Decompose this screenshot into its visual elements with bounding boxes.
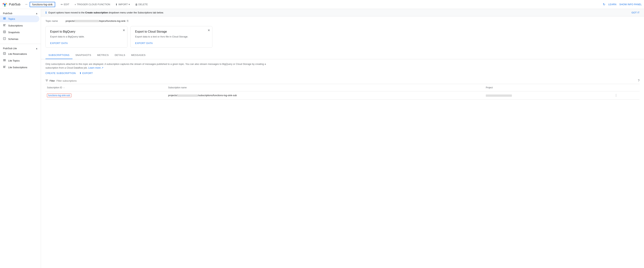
info-banner: ℹ Export options have moved to the Creat… [41,9,644,16]
lite-subscriptions-icon [3,66,6,69]
trigger-icon: + [74,3,76,6]
learn-more-link[interactable]: Learn more ↗ [88,66,104,69]
tab-subscriptions[interactable]: SUBSCRIPTIONS [46,52,72,59]
topbar: Pub/Sub ← functions-log-sink ✏ EDIT + TR… [0,0,644,9]
info-banner-text: Export options have moved to the Create … [48,11,164,14]
tab-messages[interactable]: MESSAGES [128,52,148,59]
info-banner-left: ℹ Export options have moved to the Creat… [46,11,164,14]
export-button[interactable]: ⬆ EXPORT [80,72,93,74]
project-redacted [486,94,512,97]
svg-point-3 [6,3,7,4]
snapshots-icon [3,30,6,34]
main-content: ℹ Export options have moved to the Creat… [41,9,644,268]
trigger-cloud-function-button[interactable]: + TRIGGER CLOUD FUNCTION [74,2,111,7]
copy-topic-name-button[interactable]: ⎘ [127,20,128,22]
refresh-button[interactable]: ↻ [603,2,605,6]
app-logo [2,2,8,7]
subscriptions-table: Subscription ID ↑ Subscription name Proj… [46,84,640,100]
pubsub-collapse-icon[interactable]: ▲ [36,12,38,15]
col-subscription-name: Subscription name [166,84,484,91]
lite-collapse-icon[interactable]: ▲ [36,47,38,50]
sort-icon[interactable]: ↑ [64,86,65,89]
export-storage-button[interactable]: EXPORT DATA [135,42,153,44]
sidebar-item-lite-reservations[interactable]: Lite Reservations [0,50,39,57]
more-options-button[interactable]: ⋮ [614,94,618,97]
create-subscription-button[interactable]: CREATE SUBSCRIPTION [46,72,76,74]
show-info-panel-button[interactable]: SHOW INFO PANEL [620,3,642,6]
lite-topics-label: Lite Topics [8,59,20,62]
sidebar-item-lite-topics[interactable]: Lite Topics [0,57,39,64]
sidebar-item-snapshots[interactable]: Snapshots [0,29,39,36]
back-button[interactable]: ← [25,2,28,6]
subscriptions-actions: CREATE SUBSCRIPTION ⬆ EXPORT [46,72,640,74]
table-header-row: Subscription ID ↑ Subscription name Proj… [46,84,640,91]
svg-rect-16 [4,53,5,54]
export-storage-description: Export data to a text or Avro file in Cl… [135,35,208,38]
sidebar-divider [0,44,41,44]
app-name: Pub/Sub [9,3,20,6]
import-chevron-icon: ▾ [128,3,130,6]
topic-name-value: projects/ /topics/functions-log-sink [66,20,126,22]
export-storage-title: Export to Cloud Storage [135,30,208,33]
export-icon: ⬆ [80,72,82,74]
svg-rect-12 [4,31,5,32]
project-id-redacted [75,20,99,22]
snapshots-label: Snapshots [8,31,20,34]
edit-icon: ✏ [61,3,63,6]
svg-rect-17 [3,59,6,60]
subscriptions-label: Subscriptions [8,24,23,27]
tab-details[interactable]: DETAILS [112,52,128,59]
import-label: IMPORT [118,3,128,6]
svg-point-1 [4,4,6,6]
close-storage-card-button[interactable]: ✕ [208,28,210,32]
svg-rect-10 [3,26,6,26]
svg-rect-5 [3,18,6,18]
tab-metrics[interactable]: METRICS [94,52,112,59]
subscriptions-info-text: Only subscriptions attached to this topi… [46,62,269,70]
lite-section-label: Pub/Sub Lite ▲ [0,46,41,50]
schemas-label: Schemas [8,38,18,40]
delete-button[interactable]: 🗑 DELETE [134,2,149,7]
col-subscription-id: Subscription ID ↑ [46,84,166,91]
import-icon: ⬆ [115,3,118,6]
export-bigquery-title: Export to BigQuery [50,30,123,33]
sidebar-item-subscriptions[interactable]: Subscriptions [0,22,39,29]
export-bigquery-button[interactable]: EXPORT DATA [50,42,68,44]
topic-name-row: Topic name projects/ /topics/functions-l… [41,16,644,24]
tabs-bar: SUBSCRIPTIONS SNAPSHOTS METRICS DETAILS … [41,52,644,59]
col-actions [613,84,640,91]
filter-icon [46,79,48,82]
filter-bar: Filter ? [46,78,640,84]
sidebar: Pub/Sub ▲ Topics Subscriptions [0,9,41,268]
topbar-actions: ✏ EDIT + TRIGGER CLOUD FUNCTION ⬆ IMPORT… [60,2,149,7]
main-layout: Pub/Sub ▲ Topics Subscriptions [0,9,644,268]
lite-reservations-icon [3,52,6,56]
import-button[interactable]: ⬆ IMPORT ▾ [114,2,131,7]
sidebar-item-lite-subscriptions[interactable]: Lite Subscriptions [0,64,39,71]
topbar-right: ↻ LEARN SHOW INFO PANEL [603,2,642,6]
edit-button[interactable]: ✏ EDIT [60,2,70,7]
subscription-name-cell: projects/ /subscriptions/functions-log-s… [166,91,484,100]
breadcrumb: ← functions-log-sink ✏ EDIT + TRIGGER CL… [25,2,601,7]
learn-button[interactable]: LEARN [608,3,616,6]
svg-rect-19 [3,61,6,61]
export-storage-card: ✕ Export to Cloud Storage Export data to… [130,26,212,48]
export-cards: ✕ Export to BigQuery Export data to a Bi… [41,24,644,51]
topics-label: Topics [8,18,15,20]
trigger-label: TRIGGER CLOUD FUNCTION [77,3,110,6]
export-bigquery-card: ✕ Export to BigQuery Export data to a Bi… [46,26,128,48]
topics-icon [3,17,6,21]
subscriptions-content: Only subscriptions attached to this topi… [41,59,644,102]
got-it-button[interactable]: GOT IT [632,11,640,14]
tab-snapshots[interactable]: SNAPSHOTS [72,52,94,59]
sidebar-item-schemas[interactable]: Schemas [0,36,39,42]
filter-input[interactable] [56,80,636,82]
svg-point-2 [3,3,4,4]
subscription-id-link[interactable]: functions-log-sink-sub [47,94,71,97]
svg-point-4 [4,6,6,6]
close-bigquery-card-button[interactable]: ✕ [122,28,125,32]
sidebar-item-topics[interactable]: Topics [0,16,39,22]
help-icon[interactable]: ? [638,79,640,82]
svg-rect-21 [3,67,5,67]
schemas-icon [3,37,6,41]
